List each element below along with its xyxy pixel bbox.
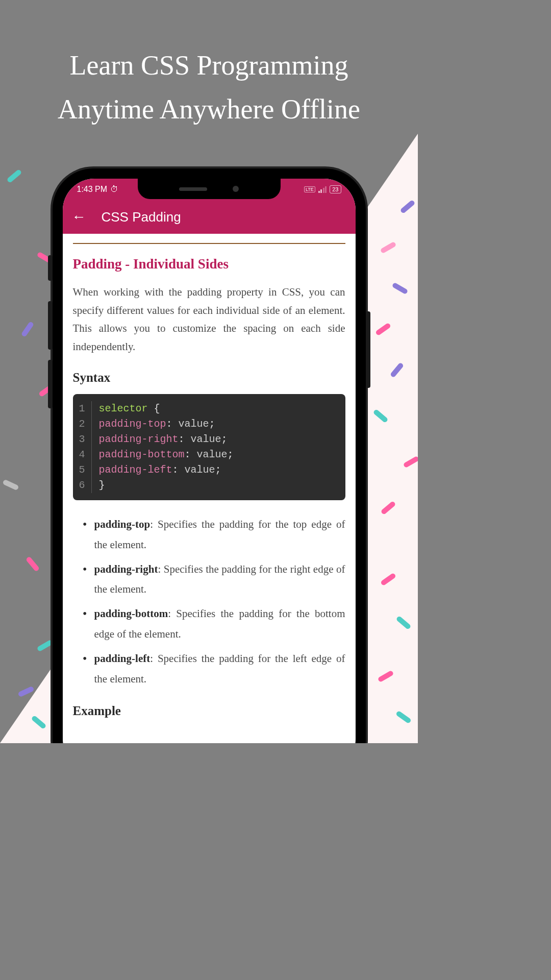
back-arrow-icon[interactable]: ← [72,210,86,224]
sprinkle-decoration [7,169,22,183]
phone-volume-up [48,301,53,350]
app-bar: ← CSS Padding [63,200,356,234]
list-item: padding-bottom: Specifies the padding fo… [85,604,345,645]
sprinkle-decoration [37,640,54,652]
promo-heading: Learn CSS Programming Anytime Anywhere O… [0,43,418,132]
intro-paragraph: When working with the padding property i… [73,283,345,356]
sprinkle-decoration [17,686,34,698]
sprinkle-decoration [2,479,19,491]
list-item: padding-left: Specifies the padding for … [85,649,345,690]
notch-camera [233,186,239,192]
battery-indicator: 23 [330,185,341,193]
phone-power-button [366,311,370,388]
signal-icon [318,186,327,193]
code-block: 123456 selector { padding-top: value; pa… [73,394,345,500]
list-item: padding-right: Specifies the padding for… [85,559,345,600]
content-divider [73,243,345,244]
status-right: LTE 23 [304,185,341,193]
code-line-numbers: 123456 [73,401,92,493]
phone-notch [138,179,281,199]
sprinkle-decoration [26,556,40,572]
status-left: 1:43 PM ⏱ [77,185,119,194]
code-content: selector { padding-top: value; padding-r… [92,401,345,493]
status-time: 1:43 PM [77,185,108,194]
promo-line2: Anytime Anywhere Offline [58,94,360,125]
alarm-icon: ⏱ [110,185,118,194]
app-bar-title: CSS Padding [102,209,181,225]
property-list: padding-top: Specifies the padding for t… [73,514,345,690]
phone-screen: 1:43 PM ⏱ LTE 23 ← CSS Padding Padding -… [63,179,356,743]
syntax-heading: Syntax [73,371,345,385]
notch-speaker [179,187,207,191]
content-area[interactable]: Padding - Individual Sides When working … [63,234,356,737]
lte-icon: LTE [304,186,315,192]
sprinkle-decoration [21,321,35,337]
phone-volume-down [48,360,53,408]
promo-line1: Learn CSS Programming [70,50,348,81]
phone-mute-switch [48,255,53,281]
example-heading: Example [73,704,345,718]
phone-frame: 1:43 PM ⏱ LTE 23 ← CSS Padding Padding -… [53,168,366,743]
list-item: padding-top: Specifies the padding for t… [85,514,345,555]
section-title: Padding - Individual Sides [73,256,345,272]
